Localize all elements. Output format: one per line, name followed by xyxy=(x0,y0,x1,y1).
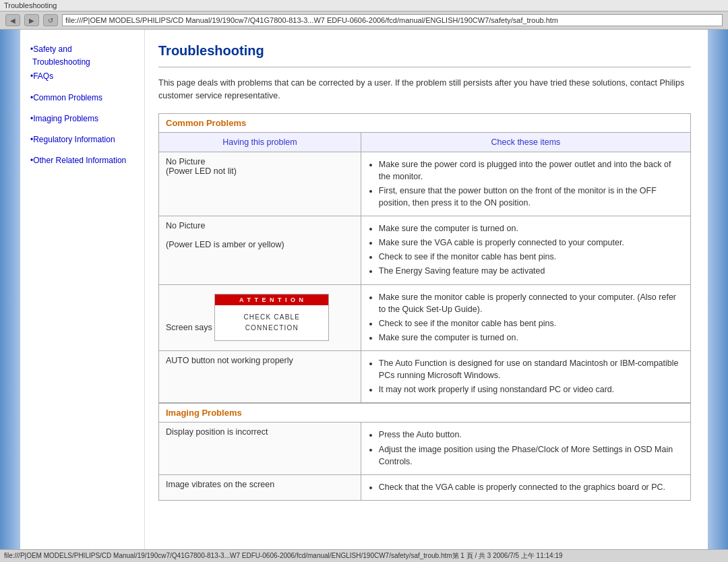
list-item: Press the Auto button. xyxy=(379,429,684,441)
list-item: First, ensure that the power button on t… xyxy=(379,185,684,209)
imaging-problems-header: Imaging Problems xyxy=(158,403,691,422)
browser-chrome: ◀ ▶ ↺ xyxy=(0,11,728,30)
problem-cell: No Picture(Power LED is amber or yellow) xyxy=(159,216,361,285)
list-item: The Auto Function is designed for use on… xyxy=(379,357,684,381)
nav-other-info[interactable]: •Other Related Information xyxy=(30,154,138,167)
imaging-problems-table: Display position is incorrect Press the … xyxy=(158,422,691,501)
solution-cell: Make sure the power cord is plugged into… xyxy=(361,152,690,216)
address-bar[interactable] xyxy=(62,14,723,26)
list-item: Make sure the monitor cable is properly … xyxy=(379,291,684,315)
left-sidebar-decoration xyxy=(0,30,20,549)
solution-cell: Check that the VGA cable is properly con… xyxy=(361,474,690,500)
back-button[interactable]: ◀ xyxy=(5,14,20,26)
list-item: Check that the VGA cable is properly con… xyxy=(379,481,684,493)
nav-safety-troubleshooting[interactable]: •Safety and Troubleshooting xyxy=(30,43,138,69)
table-row: No Picture(Power LED not lit) Make sure … xyxy=(159,152,691,216)
nav-imaging-problems[interactable]: •Imaging Problems xyxy=(30,113,138,125)
solution-cell: Press the Auto button. Adjust the image … xyxy=(361,423,690,474)
screen-says-label: Screen says xyxy=(166,323,212,332)
nav-group-main: •Safety and Troubleshooting •FAQs xyxy=(30,43,138,84)
reload-button[interactable]: ↺ xyxy=(43,14,58,26)
attention-body: CHECK CABLE CONNECTION xyxy=(215,305,328,340)
list-item: Check to see if the monitor cable has be… xyxy=(379,317,684,330)
list-item: The Energy Saving feature may be activat… xyxy=(379,265,684,277)
col-header-problem: Having this problem xyxy=(159,132,361,152)
problem-cell-vibrate: Image vibrates on the screen xyxy=(159,474,361,500)
problem-cell: No Picture(Power LED not lit) xyxy=(159,152,361,216)
nav-group-secondary: •Common Problems xyxy=(30,92,138,104)
nav-group-regulatory: •Regulatory Information xyxy=(30,133,138,146)
list-item: Make sure the computer is turned on. xyxy=(379,222,684,235)
problem-cell-screen-says: Screen says A T T E N T I O N CHECK CABL… xyxy=(159,284,361,351)
status-bar-text: file:///P|OEM MODELS/PHILIPS/CD Manual/1… xyxy=(4,552,563,559)
table-row: Screen says A T T E N T I O N CHECK CABL… xyxy=(159,284,691,351)
auto-button-label: AUTO button not working properly xyxy=(166,356,293,365)
list-item: Check to see if the monitor cable has be… xyxy=(379,251,684,263)
image-vibrates-label: Image vibrates on the screen xyxy=(166,480,274,489)
solution-cell: Make sure the computer is turned on. Mak… xyxy=(361,216,690,285)
nav-group-other: •Other Related Information xyxy=(30,154,138,167)
list-item: It may not work properly if using nonsta… xyxy=(379,383,684,396)
table-row: No Picture(Power LED is amber or yellow)… xyxy=(159,216,691,285)
attention-header: A T T E N T I O N xyxy=(215,294,328,305)
nav-sidebar: •Safety and Troubleshooting •FAQs •Commo… xyxy=(20,30,145,549)
display-position-label: Display position is incorrect xyxy=(166,427,268,437)
problem-cell-auto: AUTO button not working properly xyxy=(159,351,361,403)
list-item: Make sure the VGA cable is properly conn… xyxy=(379,237,684,249)
problem-cell-display: Display position is incorrect xyxy=(159,423,361,474)
common-problems-table: Having this problem Check these items No… xyxy=(158,132,691,404)
nav-regulatory[interactable]: •Regulatory Information xyxy=(30,133,138,146)
forward-button[interactable]: ▶ xyxy=(24,14,39,26)
intro-text: This page deals with problems that can b… xyxy=(158,77,691,102)
list-item: Make sure the power cord is plugged into… xyxy=(379,158,684,183)
common-problems-header: Common Problems xyxy=(158,113,691,132)
list-item: Adjust the image position using the Phas… xyxy=(379,443,684,468)
table-row: Display position is incorrect Press the … xyxy=(159,423,691,474)
nav-common-problems[interactable]: •Common Problems xyxy=(30,92,138,104)
attention-box: A T T E N T I O N CHECK CABLE CONNECTION xyxy=(214,294,329,341)
page-divider xyxy=(158,67,691,67)
list-item: Make sure the computer is turned on. xyxy=(379,332,684,344)
title-bar: Troubleshooting xyxy=(0,0,728,11)
solution-cell: Make sure the monitor cable is properly … xyxy=(361,284,690,351)
table-row: AUTO button not working properly The Aut… xyxy=(159,351,691,403)
solution-cell: The Auto Function is designed for use on… xyxy=(361,351,690,403)
table-row: Image vibrates on the screen Check that … xyxy=(159,474,691,500)
content-area: Troubleshooting This page deals with pro… xyxy=(145,30,708,549)
nav-faqs[interactable]: •FAQs xyxy=(30,70,138,83)
page-title: Troubleshooting xyxy=(158,43,691,59)
nav-group-imaging: •Imaging Problems xyxy=(30,113,138,125)
main-content: •Safety and Troubleshooting •FAQs •Commo… xyxy=(0,30,728,549)
title-bar-text: Troubleshooting xyxy=(4,1,57,9)
right-sidebar-decoration xyxy=(708,30,728,549)
status-bar: file:///P|OEM MODELS/PHILIPS/CD Manual/1… xyxy=(0,549,728,562)
col-header-solution: Check these items xyxy=(361,132,690,152)
page-area: •Safety and Troubleshooting •FAQs •Commo… xyxy=(20,30,708,549)
